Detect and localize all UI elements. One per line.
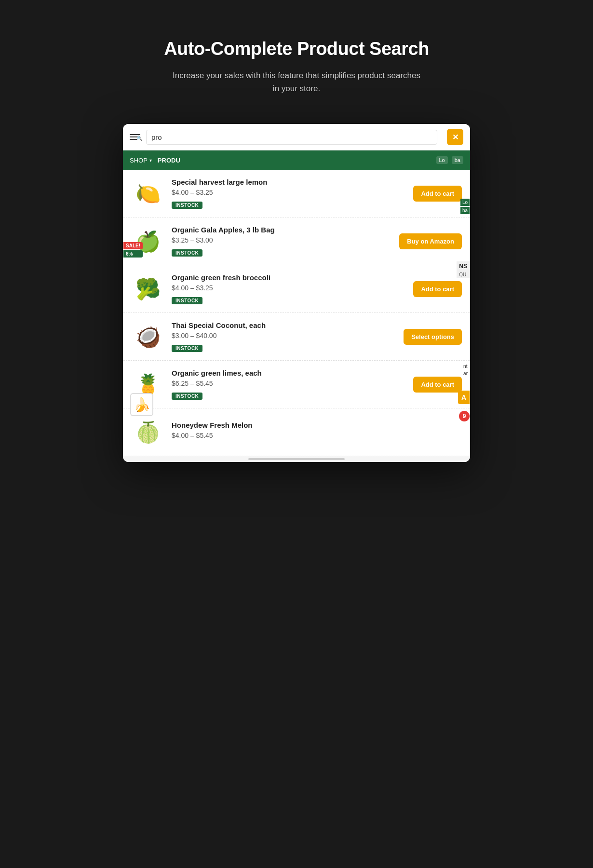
chevron-down-icon: ▾ xyxy=(149,158,152,163)
product-image-coconut: 🥥 xyxy=(131,320,165,353)
product-image-apples: 🍏 xyxy=(131,224,165,258)
search-results-list: SALE! 6% Lo ba NS QU nt ar 9 A 🍌 🍋 Speci… xyxy=(123,170,470,462)
buy-on-amazon-button[interactable]: Buy on Amazon xyxy=(399,233,462,249)
product-image-melon: 🍈 xyxy=(131,415,165,449)
hamburger-menu-icon[interactable]: 🔍 xyxy=(130,134,140,140)
product-price-broccoli: $4.00 – $3.25 xyxy=(172,284,406,292)
product-info-coconut: Thai Special Coconut, each $3.00 – $40.0… xyxy=(172,321,397,352)
product-price-pineapple: $6.25 – $5.45 xyxy=(172,380,406,387)
product-price-melon: $4.00 – $5.45 xyxy=(172,432,462,439)
header-badge-lo: Lo xyxy=(436,156,448,164)
nav-label-products: PRODU xyxy=(158,157,180,164)
browser-nav: 🔍 ✕ xyxy=(123,124,470,150)
product-name-apples: Organic Gala Apples, 3 lb Bag xyxy=(172,226,392,234)
product-name-coconut: Thai Special Coconut, each xyxy=(172,321,397,329)
product-image-broccoli: 🥦 xyxy=(131,272,165,306)
product-name-pineapple: Organic green limes, each xyxy=(172,369,406,377)
scrollbar-area xyxy=(123,456,470,462)
product-action-coconut: Select options xyxy=(404,329,462,345)
select-options-button[interactable]: Select options xyxy=(404,329,462,345)
instock-badge-broccoli: INSTOCK xyxy=(172,297,202,304)
product-name-lemon: Special harvest large lemon xyxy=(172,178,406,186)
product-name-broccoli: Organic green fresh broccoli xyxy=(172,273,406,282)
product-info-melon: Honeydew Fresh Melon $4.00 – $5.45 xyxy=(172,421,462,443)
product-item-pineapple: 🍍 Organic green limes, each $6.25 – $5.4… xyxy=(123,361,470,408)
clear-button[interactable]: ✕ xyxy=(447,129,463,145)
product-info-apples: Organic Gala Apples, 3 lb Bag $3.25 – $3… xyxy=(172,226,392,257)
product-info-pineapple: Organic green limes, each $6.25 – $5.45 … xyxy=(172,369,406,400)
product-item-broccoli: 🥦 Organic green fresh broccoli $4.00 – $… xyxy=(123,265,470,313)
product-action-lemon: Add to cart xyxy=(413,186,462,202)
nav-item-shop[interactable]: SHOP ▾ xyxy=(130,157,152,164)
product-info-lemon: Special harvest large lemon $4.00 – $3.2… xyxy=(172,178,406,209)
product-price-coconut: $3.00 – $40.00 xyxy=(172,332,397,339)
product-price-apples: $3.25 – $3.00 xyxy=(172,236,392,244)
browser-frame: 🔍 ✕ SHOP ▾ PRODU Lo ba SALE! 6% Lo ba xyxy=(123,124,470,462)
add-to-cart-button-broccoli[interactable]: Add to cart xyxy=(413,281,462,297)
product-item-coconut: 🥥 Thai Special Coconut, each $3.00 – $40… xyxy=(123,313,470,361)
product-name-melon: Honeydew Fresh Melon xyxy=(172,421,462,429)
product-action-broccoli: Add to cart xyxy=(413,281,462,297)
product-price-lemon: $4.00 – $3.25 xyxy=(172,189,406,196)
nav-label-shop: SHOP xyxy=(130,157,148,164)
product-image-pineapple: 🍍 xyxy=(131,367,165,401)
page-subtitle: Increase your sales with this feature th… xyxy=(171,69,422,95)
search-input[interactable] xyxy=(151,133,432,141)
search-bar xyxy=(146,130,437,145)
instock-badge-apples: INSTOCK xyxy=(172,249,202,257)
product-action-apples: Buy on Amazon xyxy=(399,233,462,249)
product-item-lemon: 🍋 Special harvest large lemon $4.00 – $3… xyxy=(123,170,470,217)
store-header-right: Lo ba xyxy=(436,156,464,164)
instock-badge-lemon: INSTOCK xyxy=(172,202,202,209)
nav-item-products[interactable]: PRODU xyxy=(158,157,180,164)
store-header: SHOP ▾ PRODU Lo ba xyxy=(123,150,470,170)
page-title: Auto-Complete Product Search xyxy=(164,39,429,59)
product-info-broccoli: Organic green fresh broccoli $4.00 – $3.… xyxy=(172,273,406,304)
product-item-melon: 🍈 Honeydew Fresh Melon $4.00 – $5.45 xyxy=(123,408,470,456)
add-to-cart-button-pineapple[interactable]: Add to cart xyxy=(413,377,462,393)
search-small-icon: 🔍 xyxy=(136,136,142,141)
instock-badge-coconut: INSTOCK xyxy=(172,345,202,352)
instock-badge-pineapple: INSTOCK xyxy=(172,393,202,400)
product-image-lemon: 🍋 xyxy=(131,176,165,210)
product-action-pineapple: Add to cart xyxy=(413,377,462,393)
header-badge-ba: ba xyxy=(452,156,463,164)
product-item-apples: 🍏 Organic Gala Apples, 3 lb Bag $3.25 – … xyxy=(123,217,470,265)
scrollbar-thumb[interactable] xyxy=(248,458,345,460)
add-to-cart-button-lemon[interactable]: Add to cart xyxy=(413,186,462,202)
